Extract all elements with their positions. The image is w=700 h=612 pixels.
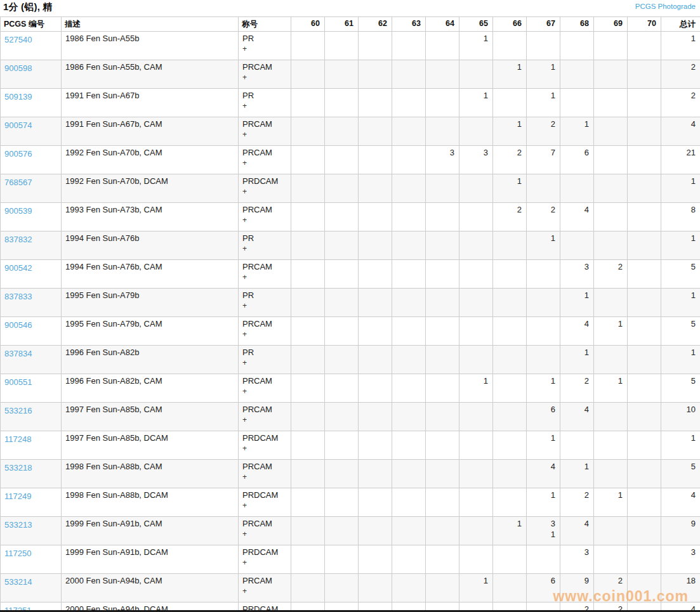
grade-count: 2 xyxy=(562,490,589,500)
designation-cell: PRCAM+ xyxy=(239,460,291,488)
col-header-grade-62: 62 xyxy=(359,17,392,32)
pcgs-number-link[interactable]: 900576 xyxy=(4,149,32,159)
grade-count xyxy=(562,62,589,72)
grade-count xyxy=(293,519,320,529)
pcgs-number-link[interactable]: 837832 xyxy=(4,235,32,244)
grade-plus-count xyxy=(595,72,623,83)
grade-plus-count xyxy=(461,529,488,540)
grade-count xyxy=(326,462,353,472)
pcgs-number-link[interactable]: 533218 xyxy=(4,463,32,472)
grade-plus-count xyxy=(293,415,320,426)
photograde-link[interactable]: PCGS Photograde xyxy=(635,3,696,10)
grade-plus-count xyxy=(629,272,656,283)
grade-plus-count xyxy=(595,586,623,597)
grade-cell-60 xyxy=(291,517,325,545)
grade-plus-count xyxy=(427,529,454,540)
grade-cell-61 xyxy=(325,231,359,260)
pcgs-number-link[interactable]: 533214 xyxy=(4,577,32,587)
grade-cell-67: 31 xyxy=(527,517,560,545)
grade-plus-count xyxy=(360,244,387,254)
pcgs-number-link[interactable]: 900551 xyxy=(4,377,32,387)
designation-label: PR xyxy=(242,233,287,244)
grade-count: 3 xyxy=(461,148,488,158)
grade-plus-count xyxy=(326,386,353,397)
total-cell: 1 xyxy=(661,174,700,203)
col-header-total: 总计 xyxy=(661,17,700,32)
designation-label: PRDCAM xyxy=(242,547,287,557)
pcgs-number-link[interactable]: 117248 xyxy=(4,434,31,444)
pcgs-number-link[interactable]: 900542 xyxy=(4,263,32,273)
grade-count xyxy=(461,547,488,557)
grade-count xyxy=(427,433,454,443)
grade-cell-68: 1 xyxy=(560,117,594,146)
grade-cell-63 xyxy=(392,60,426,89)
grade-cell-68: 4 xyxy=(560,317,594,346)
grade-cell-69 xyxy=(594,203,628,231)
designation-label: PRCAM xyxy=(242,62,287,72)
grade-count: 6 xyxy=(562,148,589,158)
grade-cell-68: 4 xyxy=(560,517,594,545)
pcgs-number-link[interactable]: 837833 xyxy=(4,292,32,301)
pcgs-number-link[interactable]: 900546 xyxy=(4,320,32,330)
coin-description: 1991 Fen Sun-A67b, CAM xyxy=(62,117,239,146)
table-row: 8378321994 Fen Sun-A76bPR+11 xyxy=(1,231,700,260)
grade-cell-62 xyxy=(359,260,392,289)
grade-count xyxy=(427,233,454,244)
coin-description: 1993 Fen Sun-A73b, CAM xyxy=(62,203,239,231)
grade-count xyxy=(393,119,421,129)
total-cell: 8 xyxy=(661,203,700,231)
pcgs-number-link[interactable]: 533213 xyxy=(4,520,32,530)
pcgs-number-link[interactable]: 117250 xyxy=(4,549,31,558)
grade-cell-68: 4 xyxy=(560,203,594,231)
grade-cell-64 xyxy=(426,431,459,460)
grade-plus-count xyxy=(629,529,656,540)
table-row: 9005511996 Fen Sun-A82b, CAMPRCAM+11215 xyxy=(1,374,700,403)
grade-count: 2 xyxy=(494,205,522,215)
grade-plus-count xyxy=(595,44,623,55)
pcgs-number-link[interactable]: 527540 xyxy=(4,35,32,44)
grade-count: 1 xyxy=(494,176,522,186)
grade-plus-count xyxy=(595,215,623,226)
grade-plus-count xyxy=(528,101,555,112)
grade-cell-62 xyxy=(359,203,392,231)
grade-plus-count xyxy=(393,244,421,254)
page-header: 1分 (铝), 精 PCGS Photograde xyxy=(0,0,700,16)
grade-count xyxy=(595,34,623,44)
pcgs-number-cell: 900542 xyxy=(1,260,62,289)
pcgs-number-link[interactable]: 117249 xyxy=(4,492,31,501)
grade-count xyxy=(629,348,656,358)
total-cell: 1 xyxy=(661,289,700,317)
pcgs-number-link[interactable]: 533216 xyxy=(4,406,32,415)
grade-count: 1 xyxy=(528,376,555,386)
grade-cell-70 xyxy=(628,32,661,60)
grade-plus-count xyxy=(494,158,522,169)
grade-cell-63 xyxy=(392,574,426,602)
grade-count xyxy=(326,176,353,186)
grade-count xyxy=(326,205,353,215)
pcgs-number-link[interactable]: 509139 xyxy=(4,92,32,101)
table-row: 9005741991 Fen Sun-A67b, CAMPRCAM+1214 xyxy=(1,117,700,146)
grade-count xyxy=(427,576,454,586)
grade-count xyxy=(393,91,421,101)
pcgs-number-link[interactable]: 900598 xyxy=(4,63,32,73)
grade-cell-61 xyxy=(325,460,359,488)
designation-cell: PR+ xyxy=(239,231,291,260)
grade-plus-count xyxy=(393,158,421,169)
grade-count xyxy=(595,119,623,129)
grade-plus-count xyxy=(461,415,488,426)
grade-plus-count xyxy=(494,215,522,226)
grade-cell-60 xyxy=(291,260,325,289)
grade-cell-60 xyxy=(291,117,325,146)
grade-count: 1 xyxy=(528,433,555,443)
pcgs-number-link[interactable]: 768567 xyxy=(4,178,32,187)
grade-cell-67 xyxy=(527,317,560,346)
grade-cell-64 xyxy=(426,260,459,289)
pcgs-number-link[interactable]: 900574 xyxy=(4,120,32,130)
pcgs-number-link[interactable]: 900539 xyxy=(4,206,32,216)
grade-cell-66: 1 xyxy=(493,117,527,146)
pcgs-number-cell: 900546 xyxy=(1,317,62,346)
grade-cell-60 xyxy=(291,431,325,460)
pcgs-number-link[interactable]: 837834 xyxy=(4,349,32,358)
coin-description: 1986 Fen Sun-A55b xyxy=(62,32,239,60)
grade-plus-count xyxy=(562,44,589,55)
